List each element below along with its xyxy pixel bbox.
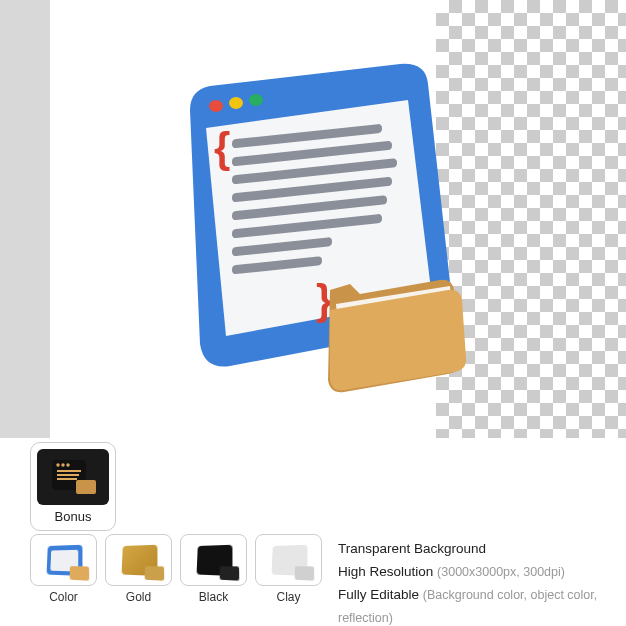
svg-text:{: { [214, 124, 230, 171]
variant-color: Color [30, 534, 97, 604]
svg-rect-18 [57, 474, 79, 476]
variant-color-thumb [30, 534, 97, 586]
svg-rect-19 [57, 478, 77, 480]
bonus-label: Bonus [37, 509, 109, 524]
feature-editable-label: Fully Editable [338, 587, 419, 602]
variant-black: Black [180, 534, 247, 604]
left-gray-strip [0, 0, 50, 438]
variant-row: Color Gold Black Clay [30, 534, 322, 604]
feature-editable: Fully Editable (Background color, object… [338, 584, 626, 626]
feature-transparent: Transparent Background [338, 538, 626, 561]
svg-point-1 [229, 97, 243, 109]
hero-3d-illustration: { } [130, 60, 500, 400]
feature-list: Transparent Background High Resolution (… [338, 538, 626, 626]
variant-clay: Clay [255, 534, 322, 604]
feature-resolution-detail: (3000x3000px, 300dpi) [437, 565, 565, 579]
svg-point-16 [66, 463, 69, 466]
variant-black-label: Black [180, 590, 247, 604]
variant-clay-label: Clay [255, 590, 322, 604]
variant-gold: Gold [105, 534, 172, 604]
variant-color-label: Color [30, 590, 97, 604]
bonus-thumbnail [37, 449, 109, 505]
svg-point-0 [209, 100, 223, 112]
svg-point-15 [61, 463, 64, 466]
svg-point-14 [56, 463, 59, 466]
variant-gold-thumb [105, 534, 172, 586]
feature-resolution: High Resolution (3000x3000px, 300dpi) [338, 561, 626, 584]
bonus-box: Bonus [30, 442, 116, 531]
feature-resolution-label: High Resolution [338, 564, 433, 579]
variant-black-thumb [180, 534, 247, 586]
svg-rect-17 [57, 470, 81, 472]
variant-gold-label: Gold [105, 590, 172, 604]
variant-clay-thumb [255, 534, 322, 586]
svg-rect-20 [76, 480, 96, 494]
svg-point-2 [249, 94, 263, 106]
